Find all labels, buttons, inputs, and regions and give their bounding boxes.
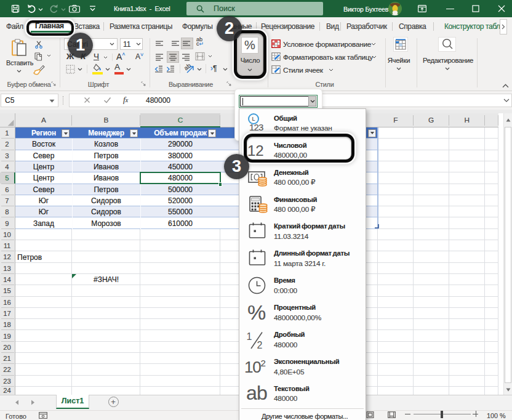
svg-text:2: 2 <box>257 340 263 349</box>
svg-text:1: 1 <box>247 331 252 342</box>
